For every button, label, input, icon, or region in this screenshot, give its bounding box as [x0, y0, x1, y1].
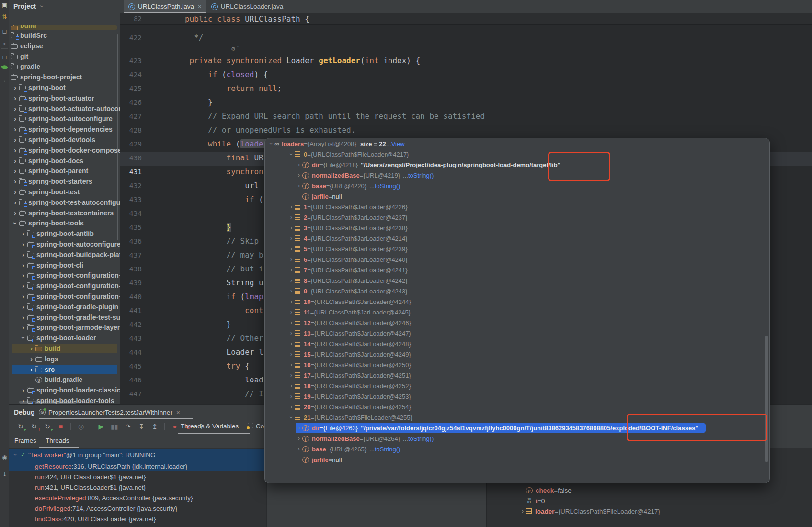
chevron-right-icon[interactable]: › [11, 167, 19, 175]
debug-tool-icon[interactable]: ◉ [0, 454, 9, 460]
chevron-right-icon[interactable]: › [19, 386, 27, 394]
spring-run-icon[interactable] [1, 64, 8, 70]
tree-item-spring-boot-parent[interactable]: ›spring-boot-parent [9, 166, 120, 176]
tree-item-spring-boot-testcontainers[interactable]: ›spring-boot-testcontainers [9, 208, 120, 218]
chevron-right-icon[interactable]: › [19, 230, 27, 237]
chevron-right-icon[interactable]: › [296, 425, 302, 431]
step-out-button[interactable]: ↥ [149, 421, 160, 432]
popup-field-row-dir[interactable]: ›fdir = {File@4218}"/Users/zengsl/Projec… [265, 159, 770, 170]
chevron-right-icon[interactable]: › [11, 188, 19, 196]
line-number[interactable]: 438 [120, 265, 163, 273]
line-number[interactable]: 433 [120, 196, 163, 203]
chevron-right-icon[interactable]: › [296, 172, 302, 179]
tab-frames[interactable]: Frames [14, 434, 36, 448]
chevron-right-icon[interactable]: › [27, 366, 35, 373]
chevron-right-icon[interactable]: › [288, 372, 295, 379]
popup-element-row-18[interactable]: ›18 = {URLClassPath$JarLoader@4252} [265, 381, 770, 391]
tree-item-gradle[interactable]: gradle [9, 61, 120, 72]
popup-element-row-4[interactable]: ›4 = {URLClassPath$JarLoader@4214} [265, 233, 770, 244]
bookmarks-tool-icon[interactable]: ▫ [0, 40, 9, 47]
chevron-right-icon[interactable]: › [288, 235, 295, 242]
line-number[interactable]: 441 [120, 307, 163, 314]
tab-threads-variables[interactable]: Threads & Variables [181, 419, 239, 434]
popup-element-row-13[interactable]: ›13 = {URLClassPath$JarLoader@4247} [265, 328, 770, 338]
line-number[interactable]: 436 [120, 237, 163, 245]
tree-item-spring-boot-antlib[interactable]: ›spring-boot-antlib [9, 228, 120, 239]
line-number[interactable]: 432 [120, 182, 163, 190]
popup-element-row-15[interactable]: ›15 = {URLClassPath$JarLoader@4249} [265, 349, 770, 359]
popup-element-row-1[interactable]: ›1 = {URLClassPath$JarLoader@4226} [265, 202, 770, 212]
tree-item-spring-boot-devtools[interactable]: ›spring-boot-devtools [9, 135, 120, 145]
popup-element-row-6[interactable]: ›6 = {URLClassPath$JarLoader@4240} [265, 254, 770, 265]
stop-button[interactable]: ■ [55, 421, 67, 432]
chevron-right-icon[interactable]: › [296, 182, 302, 189]
chevron-right-icon[interactable]: › [11, 199, 19, 206]
tree-item-spring-boot-autoconfigure-processor[interactable]: ›spring-boot-autoconfigure-processor [9, 239, 120, 249]
stack-frame-row[interactable]: run:424, URLClassLoader$1 {java.net} [9, 471, 266, 482]
popup-field-row-jarfile[interactable]: fjarfile = null [265, 191, 770, 202]
chevron-right-icon[interactable]: › [288, 382, 295, 389]
chevron-right-icon[interactable]: › [296, 446, 302, 452]
rerun-button[interactable]: ↻▸ [15, 421, 26, 432]
chevron-right-icon[interactable]: › [288, 361, 295, 368]
project-panel-header[interactable]: Project › [9, 0, 120, 13]
line-number[interactable]: 423 [120, 57, 163, 65]
chevron-right-icon[interactable]: › [288, 288, 295, 294]
view-breakpoints-button[interactable]: ● [169, 421, 181, 432]
chevron-right-icon[interactable]: › [11, 146, 19, 154]
tostring-link[interactable]: toString() [375, 446, 400, 453]
chevron-right-icon[interactable]: › [288, 224, 295, 231]
line-number[interactable]: 431 [120, 168, 163, 176]
popup-field-row-base[interactable]: ›fbase = {URL@4265} ... toString() [265, 444, 770, 454]
popup-field-row-normalizedBase[interactable]: ›fnormalizedBase = {URL@4219} ... toStri… [265, 170, 770, 180]
line-number[interactable]: 440 [120, 293, 163, 301]
build-tool-icon[interactable]: ◻ [0, 54, 9, 60]
tree-item-buildSrc[interactable]: buildSrc [9, 30, 120, 41]
chevron-right-icon[interactable]: › [11, 84, 19, 91]
chevron-right-icon[interactable]: › [11, 94, 19, 102]
chevron-right-icon[interactable]: › [288, 309, 295, 315]
chevron-right-icon[interactable]: › [288, 330, 295, 336]
tree-item-spring-boot-autoconfigure[interactable]: ›spring-boot-autoconfigure [9, 113, 120, 124]
popup-element-row-0[interactable]: ›0 = {URLClassPath$FileLoader@4217} [265, 149, 770, 159]
popup-field-row-base[interactable]: ›fbase = {URL@4220} ... toString() [265, 180, 770, 191]
chevron-down-icon[interactable]: › [268, 140, 274, 147]
tree-item-build-gradle[interactable]: gbuild.gradle [9, 374, 120, 385]
chevron-right-icon[interactable]: › [288, 404, 295, 410]
chevron-right-icon[interactable]: › [288, 319, 295, 326]
tree-item-spring-boot-project[interactable]: spring-boot-project [9, 72, 120, 82]
line-number[interactable]: 437 [120, 251, 163, 259]
inlay-settings-icon[interactable]: ⚙ ˇ [231, 46, 239, 52]
chevron-down-icon[interactable]: › [12, 451, 19, 458]
vcs-update-icon[interactable]: ⇅ [0, 13, 9, 20]
services-tool-icon[interactable]: ↧ [0, 471, 9, 478]
line-number[interactable]: 434 [120, 210, 163, 217]
chevron-right-icon[interactable]: › [19, 261, 27, 269]
step-over-button[interactable]: ↷ [122, 421, 134, 432]
popup-element-row-5[interactable]: ›5 = {URLClassPath$JarLoader@4239} [265, 244, 770, 254]
tree-item-spring-boot-actuator[interactable]: ›spring-boot-actuator [9, 93, 120, 103]
tree-item-spring-boot-loader-classic[interactable]: ›spring-boot-loader-classic [9, 385, 120, 395]
popup-element-row-2[interactable]: ›2 = {URLClassPath$JarLoader@4237} [265, 212, 770, 223]
chevron-right-icon[interactable]: › [288, 246, 295, 252]
chevron-down-icon[interactable]: › [20, 334, 27, 342]
chevron-right-icon[interactable]: › [11, 209, 19, 217]
chevron-right-icon[interactable]: › [288, 214, 295, 221]
chevron-right-icon[interactable]: › [288, 256, 295, 263]
chevron-right-icon[interactable]: › [288, 203, 295, 210]
stack-frame-row[interactable]: executePrivileged:809, AccessController … [9, 493, 266, 503]
chevron-right-icon[interactable]: › [11, 136, 19, 144]
chevron-right-icon[interactable]: › [19, 303, 27, 311]
line-number[interactable]: 430 [120, 154, 163, 162]
chevron-right-icon[interactable]: › [11, 125, 19, 133]
chevron-down-icon[interactable]: › [11, 219, 19, 227]
popup-element-row-17[interactable]: ›17 = {URLClassPath$JarLoader@4251} [265, 370, 770, 381]
debug-session-tab[interactable]: G PropertiesLauncherTests2.testJarWithIn… [39, 405, 180, 419]
stack-frame-row[interactable]: findClass:420, URLClassLoader {java.net} [9, 514, 266, 524]
popup-element-row-8[interactable]: ›8 = {URLClassPath$JarLoader@4242} [265, 275, 770, 286]
thread-row[interactable]: ›✓"Test worker"@1 in group "main": RUNNI… [9, 449, 266, 460]
line-number[interactable]: 422 [120, 34, 163, 42]
tree-item-spring-boot-cli[interactable]: ›spring-boot-cli [9, 260, 120, 270]
tree-item-spring-boot-configuration-processor[interactable]: ›spring-boot-configuration-processor [9, 291, 120, 302]
line-number[interactable]: 425 [120, 85, 163, 92]
